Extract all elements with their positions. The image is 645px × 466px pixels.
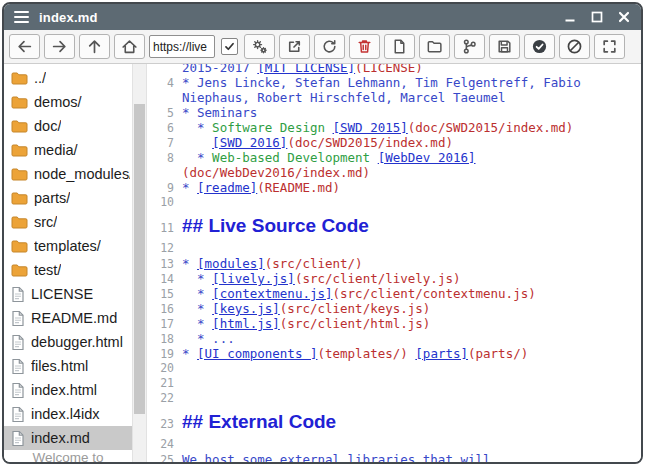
markdown-text: * (182, 256, 197, 271)
accept-button[interactable] (524, 34, 555, 59)
editor-row: 19* [UI components ](templates/) [parts]… (147, 346, 641, 361)
sidebar-item-debugger-html[interactable]: debugger.html (4, 330, 132, 354)
reload-button[interactable] (314, 34, 345, 59)
code-line: * ... (182, 331, 641, 346)
sidebar-item-readme-md[interactable]: README.md (4, 306, 132, 330)
markdown-text: * Jens Lincke, Stefan Lehmann, Tim Felge… (182, 75, 581, 90)
save-button[interactable] (489, 34, 520, 59)
markdown-editor[interactable]: 2015-2017 [MIT LICENSE](LICENSE)4* Jens … (147, 64, 641, 462)
file-name: parts/ (34, 190, 70, 206)
file-name: test/ (34, 262, 61, 278)
save-icon (496, 38, 513, 55)
editor-row: 21 (147, 376, 641, 391)
up-button[interactable] (79, 34, 110, 59)
editor-row: Niephaus, Robert Hirschfeld, Marcel Taeu… (147, 90, 641, 105)
code-line: Niephaus, Robert Hirschfeld, Marcel Taeu… (182, 90, 641, 105)
open-external-button[interactable] (279, 34, 310, 59)
markdown-url: (src/client/) (265, 256, 363, 271)
new-folder-button[interactable] (419, 34, 450, 59)
line-number: 12 (147, 241, 182, 256)
file-name: index.l4idx (31, 406, 100, 422)
app-window: index.md ../demos/doc/media/node_modules… (2, 2, 643, 464)
settings-button[interactable] (244, 34, 275, 59)
editor-row: 20 (147, 361, 641, 376)
sidebar-item-index-md[interactable]: index.md (4, 426, 132, 450)
sidebar-item-parts[interactable]: parts/ (4, 186, 132, 210)
editor-row: 16 * [keys.js](src/client/keys.js) (147, 301, 641, 316)
maximize-button[interactable] (590, 10, 604, 24)
markdown-link[interactable]: [parts] (415, 346, 468, 361)
line-number: 21 (147, 376, 182, 391)
code-line: * [contextmenu.js](src/client/contextmen… (182, 286, 641, 301)
markdown-link[interactable]: [WebDev 2016] (378, 150, 476, 165)
markdown-link[interactable]: [readme] (197, 180, 257, 195)
sidebar-item-[interactable]: ../ (4, 66, 132, 90)
code-line: * [UI components ](templates/) [parts](p… (182, 346, 641, 361)
home-icon (121, 38, 138, 55)
markdown-text: We host some external libraries that wil… (182, 452, 491, 462)
file-icon (11, 334, 25, 351)
file-name: src/ (34, 214, 57, 230)
scrollbar-thumb[interactable] (134, 104, 145, 414)
markdown-link[interactable]: [SWD 2015] (333, 120, 408, 135)
sidebar-item-src[interactable]: src/ (4, 210, 132, 234)
markdown-link[interactable]: [SWD 2016] (212, 135, 287, 150)
action-button-group (244, 34, 625, 59)
line-number: 23 (147, 409, 182, 440)
markdown-url: (README.md) (257, 180, 340, 195)
file-name: media/ (34, 142, 78, 158)
sidebar-item-license[interactable]: LICENSE (4, 282, 132, 306)
sidebar-item-media[interactable]: media/ (4, 138, 132, 162)
editor-row: 7 [SWD 2016](doc/SWD2015/index.md) (147, 135, 641, 150)
git-branch-button[interactable] (454, 34, 485, 59)
code-line: * [keys.js](src/client/keys.js) (182, 301, 641, 316)
new-file-button[interactable] (384, 34, 415, 59)
fullscreen-button[interactable] (594, 34, 625, 59)
markdown-link[interactable]: [keys.js] (212, 301, 280, 316)
sidebar-item-files-html[interactable]: files.html (4, 354, 132, 378)
sidebar-item-doc[interactable]: doc/ (4, 114, 132, 138)
code-line: * [modules](src/client/) (182, 256, 641, 271)
markdown-text: * (182, 301, 212, 316)
line-number: 13 (147, 257, 182, 272)
file-name: debugger.html (31, 334, 123, 350)
forward-button[interactable] (44, 34, 75, 59)
url-checkbox[interactable] (221, 38, 238, 55)
markdown-url: (templates/) (317, 346, 407, 361)
code-line: 2015-2017 [MIT LICENSE](LICENSE) (182, 64, 641, 75)
editor-row: 23## External Code (147, 406, 641, 437)
close-button[interactable] (617, 10, 631, 24)
code-line: * Web-based Development [WebDev 2016] (182, 150, 641, 165)
line-number: 15 (147, 287, 182, 302)
sidebar-scrollbar[interactable] (132, 64, 147, 462)
markdown-url: (doc/SWD2015/index.md) (287, 135, 453, 150)
markdown-link[interactable]: [MIT LICENSE] (257, 64, 355, 75)
line-number: 5 (147, 106, 182, 121)
markdown-link[interactable]: [contextmenu.js] (212, 286, 332, 301)
code-line: * Software Design [SWD 2015](doc/SWD2015… (182, 120, 641, 135)
url-input[interactable] (149, 35, 215, 58)
sidebar-item-index-html[interactable]: index.html (4, 378, 132, 402)
back-button[interactable] (9, 34, 40, 59)
block-button[interactable] (559, 34, 590, 59)
markdown-link[interactable]: [html.js] (212, 316, 280, 331)
home-button[interactable] (114, 34, 145, 59)
minimize-button[interactable] (563, 10, 577, 24)
markdown-link[interactable]: [UI components ] (197, 346, 317, 361)
up-icon (86, 38, 103, 55)
folder-icon (11, 71, 28, 85)
line-number: 6 (147, 121, 182, 136)
markdown-link[interactable]: [lively.js] (212, 271, 295, 286)
back-icon (16, 38, 33, 55)
sidebar-item-test[interactable]: test/ (4, 258, 132, 282)
sidebar-item-demos[interactable]: demos/ (4, 90, 132, 114)
line-number: 9 (147, 181, 182, 196)
delete-button[interactable] (349, 34, 380, 59)
sidebar-item-node-modules[interactable]: node_modules/ (4, 162, 132, 186)
markdown-link[interactable]: [modules] (197, 256, 265, 271)
menu-icon[interactable] (14, 11, 29, 23)
file-name: ../ (34, 70, 46, 86)
sidebar-item-templates[interactable]: templates/ (4, 234, 132, 258)
sidebar-item-index-l4idx[interactable]: index.l4idx (4, 402, 132, 426)
markdown-text: * (182, 346, 197, 361)
